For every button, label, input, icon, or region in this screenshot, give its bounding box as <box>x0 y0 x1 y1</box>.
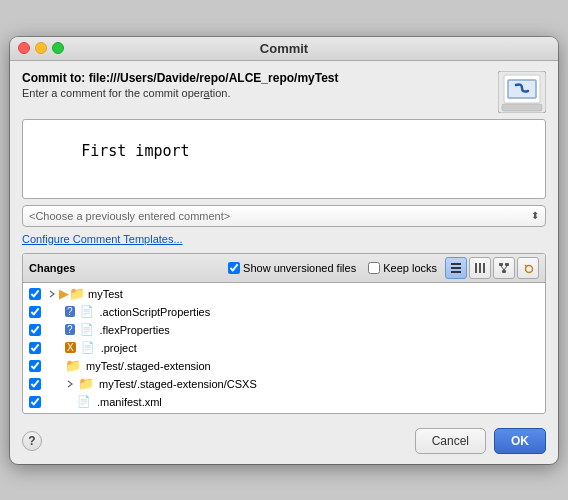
changes-file-list: ▶📁 myTest ? 📄 .actionScriptProperties ? <box>23 283 545 413</box>
dropdown-label: <Choose a previously entered comment> <box>29 210 230 222</box>
file-checkbox[interactable] <box>29 288 41 300</box>
badge: ? <box>65 306 75 317</box>
list-item[interactable]: X 📄 .project <box>23 339 545 357</box>
svg-rect-6 <box>451 271 461 273</box>
svg-rect-9 <box>483 263 485 273</box>
ok-button[interactable]: OK <box>494 428 546 454</box>
commit-description: Enter a comment for the commit operation… <box>22 87 339 99</box>
main-content: Commit to: file:///Users/Davide/repo/ALC… <box>10 61 558 414</box>
file-name: .manifest.xml <box>97 396 162 408</box>
list-item[interactable]: ? 📄 .flexProperties <box>23 321 545 339</box>
file-name: .project <box>101 342 137 354</box>
file-checkbox[interactable] <box>29 396 41 408</box>
file-name: myTest <box>88 288 123 300</box>
folder-icon: ▶📁 <box>59 286 85 301</box>
header-text: Commit to: file:///Users/Davide/repo/ALC… <box>22 71 339 99</box>
window-title: Commit <box>260 41 308 56</box>
svg-rect-7 <box>475 263 477 273</box>
tree-view-icon <box>498 262 510 274</box>
list-view-button[interactable] <box>469 257 491 279</box>
flat-view-icon <box>450 262 462 274</box>
svg-rect-11 <box>505 263 509 266</box>
svg-line-13 <box>501 266 504 270</box>
list-item[interactable]: 📁 myTest/.staged-extension <box>23 357 545 375</box>
changes-panel: Changes Show unversioned files Keep lock… <box>22 253 546 414</box>
file-checkbox[interactable] <box>29 360 41 372</box>
flat-view-button[interactable] <box>445 257 467 279</box>
maximize-button[interactable] <box>52 42 64 54</box>
file-doc-icon: 📄 <box>80 323 94 336</box>
tree-view-button[interactable] <box>493 257 515 279</box>
keep-locks-label: Keep locks <box>383 262 437 274</box>
cancel-button[interactable]: Cancel <box>415 428 486 454</box>
badge: ? <box>65 324 75 335</box>
action-buttons: Cancel OK <box>415 428 546 454</box>
logo-icon <box>498 71 546 113</box>
list-item[interactable]: ? 📄 .actionScriptProperties <box>23 303 545 321</box>
changes-header: Changes Show unversioned files Keep lock… <box>23 254 545 283</box>
svg-rect-12 <box>502 270 506 273</box>
filter-icon <box>522 262 534 274</box>
previous-comment-dropdown[interactable]: <Choose a previously entered comment> ⬍ <box>22 205 546 227</box>
comment-text: First import <box>81 142 189 160</box>
file-doc-icon: 📄 <box>81 341 95 354</box>
svg-rect-3 <box>502 104 542 111</box>
file-checkbox[interactable] <box>29 342 41 354</box>
traffic-lights <box>18 42 64 54</box>
svg-line-16 <box>525 265 527 267</box>
list-item[interactable]: ▶📁 myTest <box>23 285 545 303</box>
svg-rect-8 <box>479 263 481 273</box>
keep-locks-checkbox[interactable] <box>368 262 380 274</box>
comment-input[interactable]: First import <box>22 119 546 199</box>
configure-templates-link[interactable]: Configure Comment Templates... <box>22 233 546 245</box>
commit-to-label: Commit to: file:///Users/Davide/repo/ALC… <box>22 71 339 85</box>
list-item[interactable]: 📄 .manifest.xml <box>23 393 545 411</box>
folder-icon: 📁 <box>78 376 94 391</box>
titlebar: Commit <box>10 37 558 61</box>
show-unversioned-row: Show unversioned files <box>228 262 356 274</box>
bottom-bar: ? Cancel OK <box>10 418 558 464</box>
badge: X <box>65 342 76 353</box>
folder-icon: 📁 <box>65 358 81 373</box>
filter-button[interactable] <box>517 257 539 279</box>
file-checkbox[interactable] <box>29 324 41 336</box>
view-toolbar <box>445 257 539 279</box>
help-label: ? <box>28 434 35 448</box>
file-name: .flexProperties <box>100 324 170 336</box>
file-name: .actionScriptProperties <box>100 306 211 318</box>
expand-icon <box>65 379 75 389</box>
help-button[interactable]: ? <box>22 431 42 451</box>
header-section: Commit to: file:///Users/Davide/repo/ALC… <box>22 71 546 113</box>
svg-rect-5 <box>451 267 461 269</box>
file-doc-icon: 📄 <box>77 395 91 408</box>
commit-dialog: Commit Commit to: file:///Users/Davide/r… <box>10 37 558 464</box>
file-checkbox[interactable] <box>29 378 41 390</box>
dropdown-arrow-icon: ⬍ <box>531 210 539 221</box>
expand-icon <box>47 289 57 299</box>
minimize-button[interactable] <box>35 42 47 54</box>
show-unversioned-label: Show unversioned files <box>243 262 356 274</box>
dropdown-row: <Choose a previously entered comment> ⬍ <box>22 205 546 227</box>
keep-locks-row: Keep locks <box>368 262 437 274</box>
file-checkbox[interactable] <box>29 306 41 318</box>
file-name: myTest/.staged-extension/CSXS <box>99 378 257 390</box>
list-item[interactable]: 📁 myTest/.staged-extension/CSXS <box>23 375 545 393</box>
close-button[interactable] <box>18 42 30 54</box>
changes-section-label: Changes <box>29 262 224 274</box>
svg-line-14 <box>504 266 507 270</box>
svg-rect-10 <box>499 263 503 266</box>
list-view-icon <box>474 262 486 274</box>
show-unversioned-checkbox[interactable] <box>228 262 240 274</box>
svg-rect-4 <box>451 263 461 265</box>
file-doc-icon: 📄 <box>80 305 94 318</box>
file-name: myTest/.staged-extension <box>86 360 211 372</box>
